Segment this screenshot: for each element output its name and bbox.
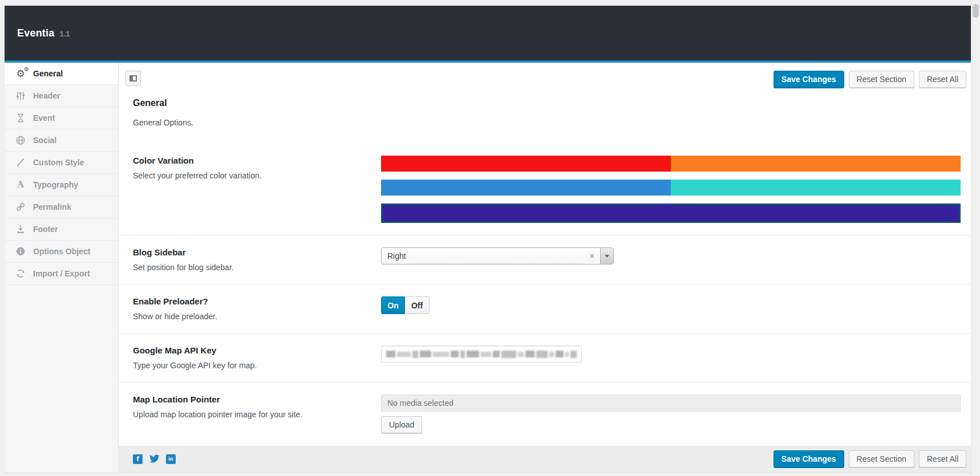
toggle-on-button[interactable]: On xyxy=(381,296,405,314)
clear-selection-icon[interactable]: × xyxy=(590,248,594,264)
field-description: Show or hide preloader. xyxy=(133,312,364,321)
sidebar-item-label: Options Object xyxy=(33,247,90,256)
sidebar-item-label: Permalink xyxy=(33,202,71,211)
sidebar-item-label: Custom Style xyxy=(33,158,84,167)
sidebar-item-label: Typography xyxy=(33,180,78,189)
options-sidebar: ⚙⚙ General Header Event Social xyxy=(5,63,119,472)
sidebar-item-header[interactable]: Header xyxy=(5,85,118,107)
google-map-api-key-input[interactable] xyxy=(381,345,582,363)
sliders-icon xyxy=(15,91,26,101)
field-description: Type your Google API key for map. xyxy=(133,361,364,370)
preloader-toggle: On Off xyxy=(381,296,430,314)
facebook-icon[interactable]: f xyxy=(133,454,143,464)
field-row-map-location-pointer: Map Location Pointer Upload map location… xyxy=(119,383,971,445)
gears-icon: ⚙⚙ xyxy=(15,69,26,79)
bottom-toolbar: f in Save Changes Reset Section Reset Al… xyxy=(119,446,971,472)
toggle-off-button[interactable]: Off xyxy=(405,296,430,314)
color-variation-option-blue-turquoise[interactable] xyxy=(381,180,961,196)
sidebar-item-label: Header xyxy=(33,91,60,100)
sidebar-item-label: Event xyxy=(33,113,55,123)
field-label: Map Location Pointer xyxy=(133,394,364,404)
sidebar-item-label: General xyxy=(33,69,63,78)
sidebar-item-options-object[interactable]: Options Object xyxy=(5,241,118,263)
page-subtitle: General Options. xyxy=(133,118,971,127)
sidebar-item-social[interactable]: Social xyxy=(5,129,118,152)
field-label: Color Variation xyxy=(133,156,364,165)
app-version: 1.1 xyxy=(59,28,70,38)
sidebar-item-footer[interactable]: Footer xyxy=(5,218,118,241)
sidebar-item-custom-style[interactable]: Custom Style xyxy=(5,152,118,174)
field-description: Upload map location pointer image for yo… xyxy=(133,410,364,419)
page-title: General xyxy=(133,98,971,108)
color-variation-option-red-orange[interactable] xyxy=(381,156,961,172)
reset-section-button-bottom[interactable]: Reset Section xyxy=(849,450,914,467)
app-title: Eventia xyxy=(17,27,54,39)
linkedin-glyph: in xyxy=(168,456,173,462)
save-changes-button[interactable]: Save Changes xyxy=(774,71,844,88)
expand-options-button[interactable] xyxy=(125,71,141,86)
link-icon xyxy=(15,202,26,212)
sidebar-item-label: Footer xyxy=(33,225,58,234)
field-row-blog-sidebar: Blog Sidebar Set position for blog sideb… xyxy=(119,235,971,284)
hourglass-icon xyxy=(15,113,26,123)
scrollbar-thumb[interactable] xyxy=(973,4,979,18)
sidebar-item-import-export[interactable]: Import / Export xyxy=(5,263,118,285)
chevron-down-icon[interactable] xyxy=(600,248,613,264)
sidebar-item-label: Import / Export xyxy=(33,269,90,278)
media-status-field: No media selected xyxy=(381,394,961,412)
selected-value: Right xyxy=(382,248,613,264)
field-description: Set position for blog sidebar. xyxy=(133,263,364,272)
field-label: Google Map API Key xyxy=(133,345,364,355)
linkedin-icon[interactable]: in xyxy=(166,454,176,464)
sidebar-item-typography[interactable]: A Typography xyxy=(5,174,118,196)
app-header: Eventia 1.1 xyxy=(5,6,971,60)
sidebar-item-general[interactable]: ⚙⚙ General xyxy=(5,63,118,85)
brush-icon xyxy=(15,157,26,168)
options-panel: Save Changes Reset Section Reset All Gen… xyxy=(119,63,971,472)
save-changes-button-bottom[interactable]: Save Changes xyxy=(774,450,844,467)
download-icon xyxy=(15,224,26,234)
layout-icon xyxy=(129,75,137,82)
info-icon xyxy=(15,246,26,257)
field-row-enable-preloader: Enable Preloader? Show or hide preloader… xyxy=(119,284,971,333)
reset-section-button[interactable]: Reset Section xyxy=(849,71,914,88)
page-scrollbar[interactable] xyxy=(971,0,980,476)
blog-sidebar-select[interactable]: Right × xyxy=(381,247,614,265)
letter-a-icon: A xyxy=(15,180,26,189)
field-row-google-map-api-key: Google Map API Key Type your Google API … xyxy=(119,333,971,383)
twitter-icon[interactable] xyxy=(149,454,160,463)
reset-all-button[interactable]: Reset All xyxy=(919,71,966,88)
sidebar-item-label: Social xyxy=(33,136,56,145)
obscured-api-key-value xyxy=(386,346,577,362)
sidebar-item-event[interactable]: Event xyxy=(5,107,118,129)
facebook-glyph: f xyxy=(137,455,139,463)
field-label: Blog Sidebar xyxy=(133,247,364,257)
theme-options-window: Eventia 1.1 ⚙⚙ General Header Event xyxy=(5,6,971,472)
field-label: Enable Preloader? xyxy=(133,296,364,306)
reset-all-button-bottom[interactable]: Reset All xyxy=(919,450,966,467)
top-toolbar: Save Changes Reset Section Reset All xyxy=(119,63,971,90)
sidebar-item-permalink[interactable]: Permalink xyxy=(5,196,118,218)
sync-icon xyxy=(15,268,26,279)
upload-button[interactable]: Upload xyxy=(381,416,422,433)
color-variation-option-purple[interactable] xyxy=(381,204,961,223)
globe-icon xyxy=(15,135,26,145)
field-row-color-variation: Color Variation Select your preferred co… xyxy=(119,144,971,235)
field-description: Select your preferred color variation. xyxy=(133,171,364,180)
